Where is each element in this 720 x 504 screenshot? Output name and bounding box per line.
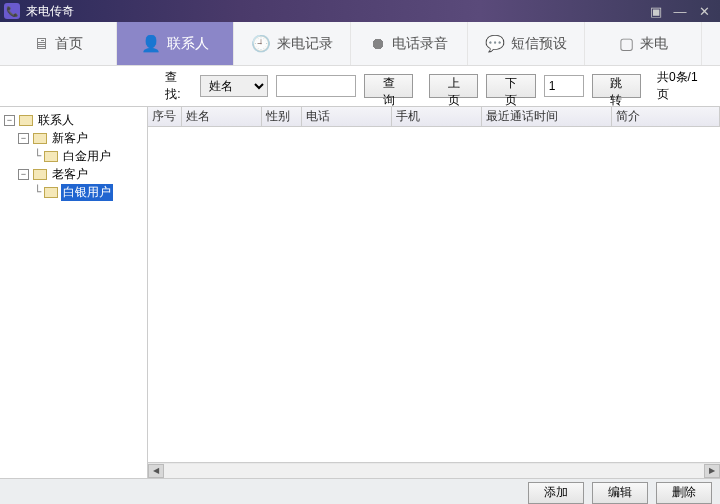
- main-area: − 联系人 − 新客户 └ 白金用户 − 老客户 └ 白银用户 序号 姓名: [0, 106, 720, 478]
- col-index[interactable]: 序号: [148, 107, 182, 126]
- tab-contacts[interactable]: 👤联系人: [117, 22, 234, 65]
- contact-tree: − 联系人 − 新客户 └ 白金用户 − 老客户 └ 白银用户: [0, 107, 148, 478]
- scroll-left-icon[interactable]: ◀: [148, 464, 164, 478]
- col-lastcall[interactable]: 最近通话时间: [482, 107, 612, 126]
- tree-leaf-platinum[interactable]: └ 白金用户: [2, 147, 145, 165]
- edit-button[interactable]: 编辑: [592, 482, 648, 504]
- tree-label: 新客户: [50, 130, 90, 147]
- collapse-icon[interactable]: −: [4, 115, 15, 126]
- add-button[interactable]: 添加: [528, 482, 584, 504]
- close-button[interactable]: ✕: [692, 2, 716, 20]
- tree-label-selected: 白银用户: [61, 184, 113, 201]
- tab-recordings[interactable]: ⏺电话录音: [351, 22, 468, 65]
- tree-leaf-silver[interactable]: └ 白银用户: [2, 183, 145, 201]
- minimize-button[interactable]: —: [668, 2, 692, 20]
- prev-page-button[interactable]: 上页: [429, 74, 478, 98]
- tree-connector: └: [34, 185, 41, 199]
- col-phone[interactable]: 电话: [302, 107, 392, 126]
- collapse-icon[interactable]: −: [18, 133, 29, 144]
- tab-label: 电话录音: [392, 35, 448, 53]
- title-bar: 📞 来电传奇 ▣ — ✕: [0, 0, 720, 22]
- folder-icon: [33, 133, 47, 144]
- next-page-button[interactable]: 下页: [486, 74, 535, 98]
- folder-icon: [44, 151, 58, 162]
- search-button[interactable]: 查询: [364, 74, 413, 98]
- message-icon: 💬: [485, 34, 505, 53]
- tab-call-log[interactable]: 🕘来电记录: [234, 22, 351, 65]
- col-name[interactable]: 姓名: [182, 107, 262, 126]
- folder-icon: [33, 169, 47, 180]
- tab-bar: 🖥首页 👤联系人 🕘来电记录 ⏺电话录音 💬短信预设 ▢来电: [0, 22, 720, 66]
- tab-home[interactable]: 🖥首页: [0, 22, 117, 65]
- tree-label: 联系人: [36, 112, 76, 129]
- window-title: 来电传奇: [26, 3, 644, 20]
- tab-label: 短信预设: [511, 35, 567, 53]
- folder-icon: [19, 115, 33, 126]
- app-icon: 📞: [4, 3, 20, 19]
- grid-header: 序号 姓名 性别 电话 手机 最近通话时间 简介: [148, 107, 720, 127]
- person-icon: 👤: [141, 34, 161, 53]
- data-grid: 序号 姓名 性别 电话 手机 最近通话时间 简介 ◀ ▶: [148, 107, 720, 478]
- tree-connector: └: [34, 149, 41, 163]
- record-icon: ⏺: [370, 35, 386, 53]
- tree-node-new[interactable]: − 新客户: [2, 129, 145, 147]
- scroll-right-icon[interactable]: ▶: [704, 464, 720, 478]
- tab-label: 首页: [55, 35, 83, 53]
- tree-root[interactable]: − 联系人: [2, 111, 145, 129]
- delete-button[interactable]: 删除: [656, 482, 712, 504]
- collapse-icon[interactable]: −: [18, 169, 29, 180]
- page-info: 共0条/1页: [657, 69, 708, 103]
- search-label: 查找:: [165, 69, 191, 103]
- search-field-select[interactable]: 姓名: [200, 75, 268, 97]
- horizontal-scrollbar[interactable]: ◀ ▶: [148, 462, 720, 478]
- folder-icon: [44, 187, 58, 198]
- restore-button[interactable]: ▣: [644, 2, 668, 20]
- page-number-input[interactable]: [544, 75, 584, 97]
- grid-body[interactable]: [148, 127, 720, 462]
- col-intro[interactable]: 简介: [612, 107, 720, 126]
- tab-incoming[interactable]: ▢来电: [585, 22, 702, 65]
- tab-label: 来电记录: [277, 35, 333, 53]
- action-bar: 添加 编辑 删除: [0, 478, 720, 504]
- window-icon: ▢: [619, 34, 634, 53]
- tab-label: 来电: [640, 35, 668, 53]
- col-gender[interactable]: 性别: [262, 107, 302, 126]
- monitor-icon: 🖥: [33, 35, 49, 53]
- tree-label: 白金用户: [61, 148, 113, 165]
- tab-label: 联系人: [167, 35, 209, 53]
- search-bar: 查找: 姓名 查询 上页 下页 跳转 共0条/1页: [0, 66, 720, 106]
- scroll-track[interactable]: [164, 464, 704, 478]
- tree-label: 老客户: [50, 166, 90, 183]
- tree-node-old[interactable]: − 老客户: [2, 165, 145, 183]
- search-input[interactable]: [276, 75, 356, 97]
- tab-sms-preset[interactable]: 💬短信预设: [468, 22, 585, 65]
- col-mobile[interactable]: 手机: [392, 107, 482, 126]
- jump-page-button[interactable]: 跳转: [592, 74, 641, 98]
- clock-icon: 🕘: [251, 34, 271, 53]
